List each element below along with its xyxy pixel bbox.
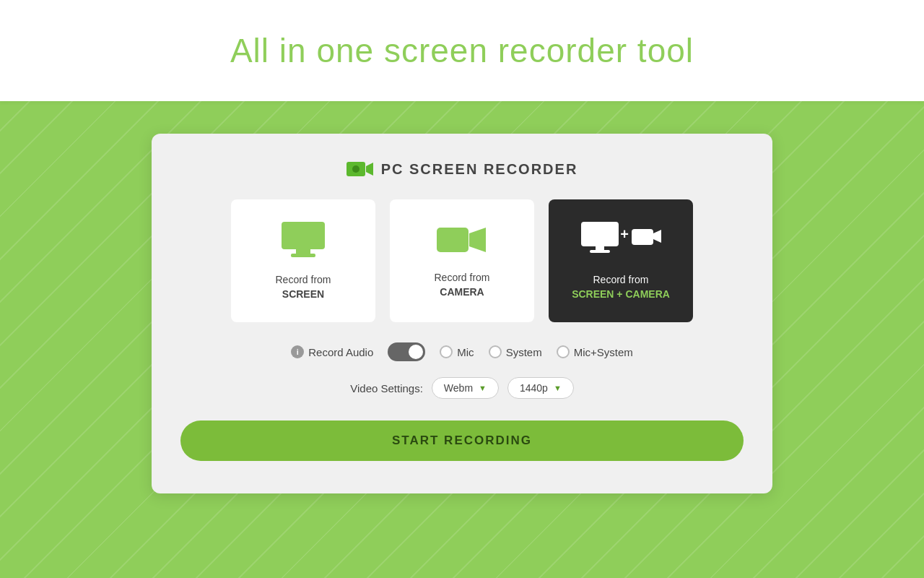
mode-camera-label: Record from CAMERA [434, 271, 489, 299]
svg-rect-5 [291, 254, 315, 257]
mode-camera-card[interactable]: Record from CAMERA [390, 199, 534, 322]
video-settings-label: Video Settings: [350, 382, 423, 394]
toggle-knob [409, 345, 423, 359]
svg-text:+: + [620, 226, 629, 242]
format-dropdown[interactable]: Webm ▼ [432, 377, 499, 399]
audio-row: i Record Audio Mic System Mic+System [180, 342, 744, 361]
format-value: Webm [444, 382, 473, 394]
svg-marker-7 [469, 228, 486, 252]
resolution-dropdown[interactable]: 1440p ▼ [507, 377, 574, 399]
svg-point-2 [352, 165, 359, 173]
camera-icon [437, 222, 487, 261]
app-logo-icon [346, 159, 374, 179]
info-icon[interactable]: i [291, 345, 304, 358]
header-bar: All in one screen recorder tool [0, 0, 924, 101]
start-recording-button[interactable]: START RECORDING [180, 420, 744, 461]
mode-screen-label: Record from SCREEN [275, 273, 331, 301]
system-label: System [506, 346, 542, 358]
audio-system-option[interactable]: System [489, 345, 542, 358]
audio-toggle[interactable] [388, 342, 425, 361]
record-audio-label-text: Record Audio [308, 346, 373, 358]
main-card: PC SCREEN RECORDER Record from SCREEN [152, 134, 772, 493]
record-audio-section: i Record Audio [291, 345, 373, 358]
svg-marker-1 [366, 163, 373, 176]
audio-mic-system-option[interactable]: Mic+System [557, 345, 633, 358]
video-settings-row: Video Settings: Webm ▼ 1440p ▼ [180, 377, 744, 399]
format-dropdown-arrow: ▼ [479, 384, 487, 392]
screen-icon [278, 220, 328, 263]
mic-radio[interactable] [440, 345, 453, 358]
svg-rect-9 [596, 246, 604, 250]
resolution-value: 1440p [520, 382, 548, 394]
svg-rect-12 [632, 229, 653, 245]
app-logo-row: PC SCREEN RECORDER [180, 159, 744, 179]
svg-rect-8 [581, 222, 619, 246]
app-title: PC SCREEN RECORDER [381, 161, 578, 178]
mode-cards-row: Record from SCREEN Record from CAMERA [180, 199, 744, 322]
svg-rect-3 [282, 222, 325, 249]
mic-label: Mic [457, 346, 474, 358]
system-radio[interactable] [489, 345, 502, 358]
svg-rect-6 [437, 228, 468, 252]
mode-screen-camera-card[interactable]: + Record from SCREEN + CAMERA [549, 199, 693, 322]
audio-mic-option[interactable]: Mic [440, 345, 474, 358]
resolution-dropdown-arrow: ▼ [554, 384, 562, 392]
screen-camera-combined-icon: + [580, 220, 663, 263]
app-tagline: All in one screen recorder tool [230, 31, 694, 70]
mode-screen-camera-label: Record from SCREEN + CAMERA [572, 273, 670, 301]
svg-marker-13 [653, 230, 661, 243]
mic-system-radio[interactable] [557, 345, 570, 358]
mic-system-label: Mic+System [574, 346, 633, 358]
svg-rect-10 [590, 250, 610, 253]
svg-rect-4 [296, 249, 310, 254]
mode-screen-card[interactable]: Record from SCREEN [231, 199, 375, 322]
